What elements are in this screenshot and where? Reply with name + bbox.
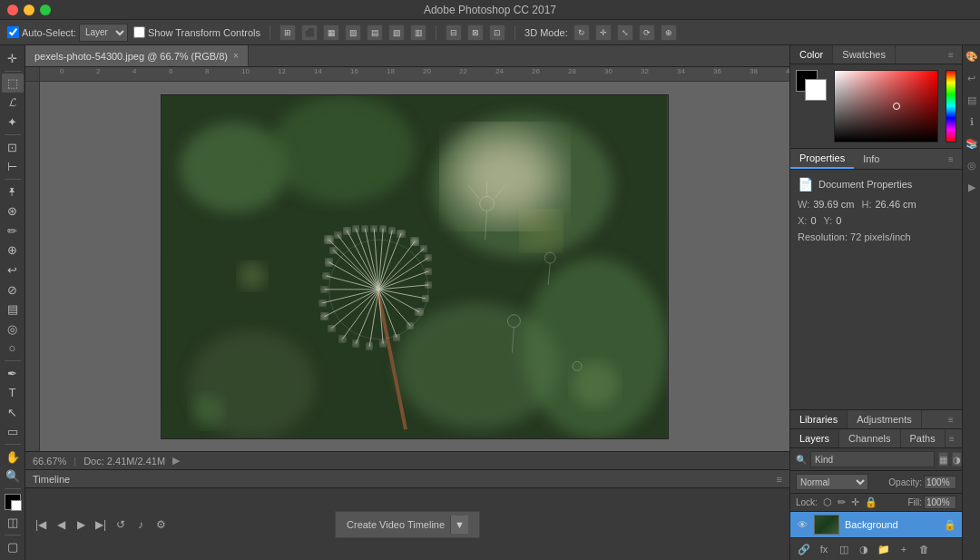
- adjustments-tab[interactable]: Adjustments: [848, 410, 922, 428]
- timeline-menu-btn[interactable]: ≡: [777, 474, 782, 485]
- channels-panel-icon[interactable]: ◎: [965, 158, 979, 172]
- 3d-pan-btn[interactable]: ⊕: [661, 25, 677, 41]
- select-rect-tool[interactable]: ⬚: [2, 74, 24, 93]
- background-color-swatch[interactable]: [805, 79, 827, 101]
- 3d-scale-btn[interactable]: ⤡: [617, 25, 633, 41]
- dist-v-btn[interactable]: ⊠: [467, 25, 484, 41]
- transform-checkbox[interactable]: [133, 26, 145, 38]
- gradient-tool[interactable]: ▤: [2, 300, 24, 319]
- background-color[interactable]: [11, 500, 22, 511]
- delete-layer-btn[interactable]: 🗑: [916, 542, 932, 556]
- eyedropper-tool[interactable]: 🖈: [2, 182, 24, 201]
- select-lasso-tool[interactable]: 𝓛: [2, 93, 24, 113]
- align-bottom-btn[interactable]: ▥: [410, 25, 426, 41]
- align-auto-btn[interactable]: ⊞: [279, 25, 296, 41]
- library-panel-icon[interactable]: 📚: [965, 136, 979, 151]
- 3d-roll-btn[interactable]: ⟳: [639, 25, 655, 41]
- create-video-timeline-button[interactable]: Create Video Timeline ▼: [335, 511, 480, 538]
- opacity-input[interactable]: [924, 476, 956, 489]
- maximize-button[interactable]: [40, 5, 51, 15]
- history-panel-icon[interactable]: ↩: [965, 71, 979, 85]
- add-mask-btn[interactable]: ◫: [836, 542, 852, 556]
- auto-select-dropdown[interactable]: Layer Group: [79, 24, 128, 42]
- swatches-tab[interactable]: Swatches: [833, 45, 896, 64]
- channels-tab[interactable]: Channels: [839, 429, 900, 447]
- timeline-loop-btn[interactable]: ↺: [113, 516, 129, 533]
- select-magic-tool[interactable]: ✦: [2, 113, 24, 133]
- fill-input[interactable]: [924, 496, 956, 509]
- link-layers-btn[interactable]: 🔗: [796, 542, 812, 556]
- 3d-move-btn[interactable]: ✛: [595, 25, 612, 41]
- align-left-btn[interactable]: ⬛: [301, 25, 318, 41]
- history-brush-tool[interactable]: ↩: [2, 260, 24, 280]
- canvas-viewport[interactable]: [40, 82, 789, 451]
- status-arrow[interactable]: ▶: [172, 455, 180, 467]
- timeline-settings-btn[interactable]: ⚙: [152, 516, 169, 533]
- new-group-btn[interactable]: 📁: [876, 542, 892, 556]
- eraser-tool[interactable]: ⊘: [2, 280, 24, 300]
- healing-tool[interactable]: ⊛: [2, 202, 24, 221]
- timeline-next-btn[interactable]: ▶|: [93, 516, 109, 533]
- shape-tool[interactable]: ▭: [2, 423, 24, 442]
- quick-mask-tool[interactable]: ◫: [2, 513, 24, 532]
- layers-tab[interactable]: Layers: [790, 429, 839, 447]
- properties-tab[interactable]: Properties: [790, 149, 854, 169]
- pixel-filter-btn[interactable]: ▦: [938, 452, 948, 467]
- zoom-tool[interactable]: 🔍: [2, 467, 24, 486]
- 3d-rotate-btn[interactable]: ↻: [573, 25, 590, 41]
- align-right-btn[interactable]: ▨: [345, 25, 361, 41]
- move-tool[interactable]: ✛: [2, 49, 24, 68]
- hand-tool[interactable]: ✋: [2, 447, 24, 467]
- paths-tab[interactable]: Paths: [901, 429, 946, 447]
- color-tab[interactable]: Color: [790, 45, 833, 64]
- info-tab[interactable]: Info: [854, 150, 888, 168]
- color-panel-menu[interactable]: ≡: [944, 47, 958, 62]
- align-middle-btn[interactable]: ▧: [388, 25, 405, 41]
- layers-panel-icon[interactable]: ▤: [965, 93, 979, 107]
- timeline-prev-btn[interactable]: ◀: [53, 516, 69, 533]
- brush-tool[interactable]: ✏: [2, 221, 24, 241]
- doc-tab[interactable]: pexels-photo-54300.jpeg @ 66.7% (RGB/8) …: [25, 45, 249, 66]
- doc-tab-close[interactable]: ×: [233, 51, 239, 61]
- libraries-panel-menu[interactable]: ≡: [944, 412, 958, 427]
- layers-panel-menu[interactable]: ≡: [946, 431, 958, 446]
- lock-image-btn[interactable]: ✏: [838, 496, 846, 508]
- properties-panel-icon[interactable]: ℹ: [965, 114, 979, 129]
- hue-slider[interactable]: [946, 70, 956, 142]
- align-center-btn[interactable]: ▦: [323, 25, 339, 41]
- dodge-tool[interactable]: ○: [2, 339, 24, 358]
- libraries-tab[interactable]: Libraries: [790, 410, 848, 428]
- blend-mode-dropdown[interactable]: Normal Multiply Screen Overlay: [796, 474, 868, 490]
- create-video-dropdown-arrow[interactable]: ▼: [450, 516, 468, 534]
- dist-h-btn[interactable]: ⊟: [446, 25, 462, 41]
- layer-fx-btn[interactable]: fx: [816, 542, 832, 556]
- measure-tool[interactable]: ⊢: [2, 158, 24, 177]
- new-layer-btn[interactable]: +: [896, 542, 912, 556]
- background-layer-row[interactable]: 👁 Background 🔒: [790, 512, 962, 537]
- lock-transparent-btn[interactable]: ⬡: [823, 496, 832, 508]
- clone-tool[interactable]: ⊕: [2, 241, 24, 260]
- screen-mode-tool[interactable]: ▢: [2, 537, 24, 556]
- adjustment-filter-btn[interactable]: ◑: [952, 452, 962, 467]
- dist-gap-btn[interactable]: ⊡: [489, 25, 505, 41]
- pen-tool[interactable]: ✒: [2, 364, 24, 383]
- actions-panel-icon[interactable]: ▶: [965, 180, 979, 194]
- layer-visibility-toggle[interactable]: 👁: [796, 518, 808, 531]
- color-spectrum[interactable]: [834, 70, 938, 142]
- properties-panel-menu[interactable]: ≡: [944, 152, 958, 166]
- lock-all-btn[interactable]: 🔒: [865, 496, 877, 508]
- color-gradient[interactable]: [835, 71, 937, 142]
- new-adjustment-btn[interactable]: ◑: [856, 542, 872, 556]
- text-tool[interactable]: T: [2, 383, 24, 402]
- blur-tool[interactable]: ◎: [2, 319, 24, 339]
- align-top-btn[interactable]: ▤: [367, 25, 383, 41]
- layers-kind-filter[interactable]: [810, 451, 935, 467]
- crop-tool[interactable]: ⊡: [2, 138, 24, 157]
- color-panel-icon[interactable]: 🎨: [965, 49, 979, 64]
- timeline-to-start-btn[interactable]: |◀: [33, 516, 49, 533]
- foreground-color[interactable]: [5, 494, 21, 510]
- close-button[interactable]: [7, 5, 18, 15]
- lock-position-btn[interactable]: ✛: [851, 496, 859, 508]
- path-select-tool[interactable]: ↖: [2, 403, 24, 422]
- timeline-play-btn[interactable]: ▶: [73, 516, 89, 533]
